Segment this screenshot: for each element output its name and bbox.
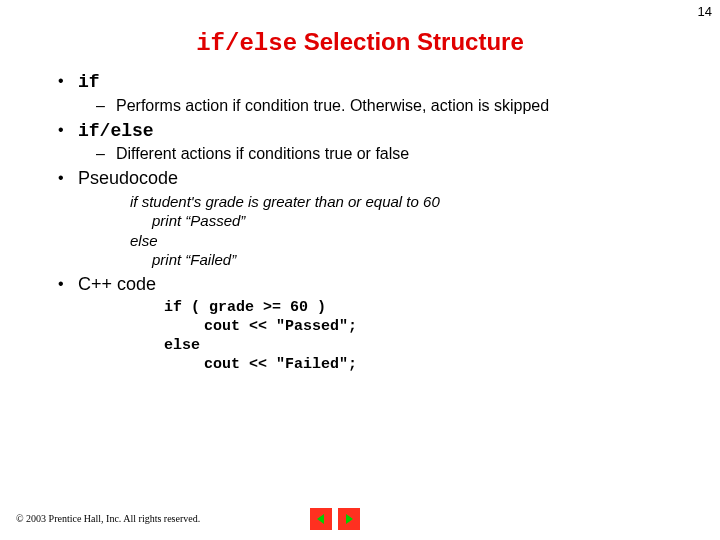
bullet-mark: • [58, 168, 78, 187]
arrow-right-icon [342, 512, 356, 526]
next-arrow-button[interactable] [338, 508, 360, 530]
code-line-2: cout << "Passed"; [164, 318, 690, 337]
pseudo-line-2: print “Passed” [130, 211, 690, 231]
arrow-left-icon [314, 512, 328, 526]
page-number: 14 [698, 4, 712, 19]
pseudocode-block: if student's grade is greater than or eq… [130, 192, 690, 270]
code-line-3: else [164, 337, 200, 354]
pseudo-line-1: if student's grade is greater than or eq… [130, 193, 440, 210]
code-line-1: if ( grade >= 60 ) [164, 299, 326, 316]
pseudo-line-3: else [130, 232, 158, 249]
code-line-4: cout << "Failed"; [164, 356, 690, 375]
copyright-footer: © 2003 Prentice Hall, Inc. All rights re… [16, 513, 704, 524]
bullet-if-sub: – Performs action if condition true. Oth… [96, 96, 690, 116]
bullet-mark: • [58, 71, 78, 90]
bullet-ifelse-sub: – Different actions if conditions true o… [96, 144, 690, 164]
bullet-pseudocode-text: Pseudocode [78, 168, 178, 190]
bullet-ifelse: • if/else [58, 120, 690, 143]
bullet-mark: • [58, 274, 78, 293]
bullet-if: • if [58, 71, 690, 94]
bullet-ifelse-code: if/else [78, 121, 154, 141]
title-rest: Selection Structure [297, 28, 524, 55]
svg-marker-0 [317, 514, 324, 524]
bullet-if-sub-text: Performs action if condition true. Other… [116, 96, 549, 116]
bullet-mark: • [58, 120, 78, 139]
svg-marker-1 [346, 514, 353, 524]
dash-mark: – [96, 144, 116, 164]
bullet-if-code: if [78, 72, 100, 92]
nav-arrows [310, 508, 360, 530]
dash-mark: – [96, 96, 116, 116]
bullet-ifelse-sub-text: Different actions if conditions true or … [116, 144, 409, 164]
copyright-text: © 2003 Prentice Hall, Inc. All rights re… [16, 513, 200, 524]
slide-content: • if – Performs action if condition true… [0, 71, 720, 374]
bullet-cpp-text: C++ code [78, 274, 156, 296]
prev-arrow-button[interactable] [310, 508, 332, 530]
pseudo-line-4: print “Failed” [130, 250, 690, 270]
bullet-cpp: • C++ code [58, 274, 690, 296]
slide-title: if/else Selection Structure [0, 28, 720, 57]
bullet-pseudocode: • Pseudocode [58, 168, 690, 190]
cpp-code-block: if ( grade >= 60 ) cout << "Passed"; els… [164, 299, 690, 374]
title-code: if/else [196, 30, 297, 57]
